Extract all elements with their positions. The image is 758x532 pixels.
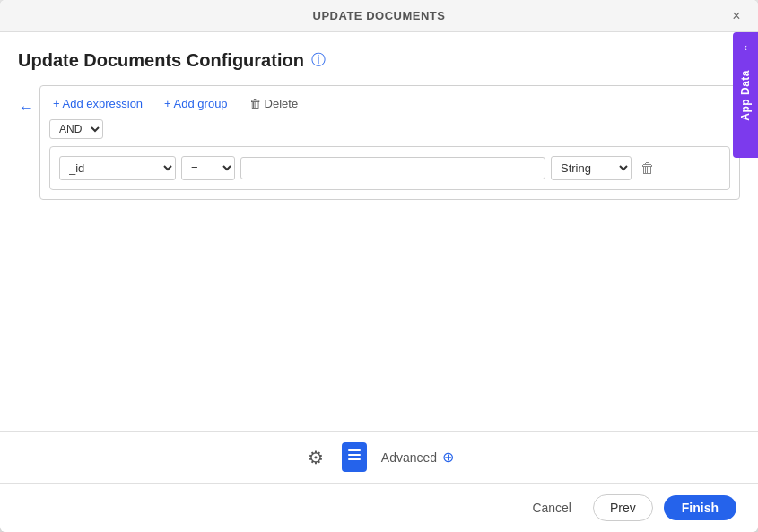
bottom-toolbar: ⚙ Advanced ⊕ — [0, 431, 758, 483]
delete-expression-button[interactable]: 🗑 — [637, 159, 658, 179]
list-icon — [345, 446, 363, 468]
trash-icon: 🗑 — [249, 97, 261, 110]
advanced-row: Advanced ⊕ — [381, 449, 454, 466]
and-operator-select[interactable]: AND OR — [49, 119, 103, 139]
delete-label: Delete — [265, 97, 299, 110]
trash-row-icon: 🗑 — [640, 161, 655, 177]
modal-title: UPDATE DOCUMENTS — [313, 9, 446, 22]
content-spacer — [0, 240, 758, 431]
delete-button[interactable]: 🗑 Delete — [246, 95, 302, 112]
app-data-label: App Data — [739, 70, 752, 121]
advanced-plus-icon[interactable]: ⊕ — [442, 449, 454, 466]
prev-button[interactable]: Prev — [593, 494, 653, 521]
filter-container: + Add expression + Add group 🗑 Delete AN… — [39, 85, 740, 200]
add-expression-button[interactable]: + Add expression — [49, 95, 146, 112]
type-select[interactable]: String Number Boolean Date — [551, 156, 632, 180]
settings-icon: ⚙ — [308, 447, 324, 468]
back-button[interactable]: ← — [18, 99, 34, 118]
settings-button[interactable]: ⚙ — [304, 443, 327, 472]
expression-area: _id name email createdAt = != < > — [49, 146, 730, 190]
operator-select[interactable]: = != < > — [181, 156, 235, 180]
advanced-label: Advanced — [381, 450, 437, 465]
chevron-icon: ‹ — [744, 41, 747, 54]
info-icon[interactable]: ⓘ — [311, 51, 326, 70]
list-view-button[interactable] — [342, 442, 367, 472]
add-group-button[interactable]: + Add group — [161, 95, 231, 112]
page-title-row: Update Documents Configuration ⓘ — [18, 50, 740, 71]
cancel-button[interactable]: Cancel — [521, 495, 582, 520]
add-group-label: + Add group — [164, 97, 227, 110]
filter-toolbar: + Add expression + Add group 🗑 Delete — [49, 95, 730, 112]
page-title: Update Documents Configuration — [18, 50, 304, 71]
value-input[interactable] — [240, 157, 545, 179]
svg-rect-2 — [348, 458, 361, 460]
main-content: Update Documents Configuration ⓘ ← + Add… — [0, 32, 758, 240]
app-data-panel[interactable]: ‹ App Data — [733, 32, 758, 158]
svg-rect-1 — [348, 454, 361, 456]
expression-row: _id name email createdAt = != < > — [59, 156, 720, 180]
title-bar: UPDATE DOCUMENTS × — [0, 0, 758, 32]
close-button[interactable]: × — [726, 5, 747, 27]
add-expression-label: + Add expression — [53, 97, 143, 110]
field-select[interactable]: _id name email createdAt — [59, 156, 176, 180]
finish-button[interactable]: Finish — [664, 495, 736, 520]
footer: Cancel Prev Finish — [0, 483, 758, 532]
svg-rect-0 — [348, 449, 361, 451]
